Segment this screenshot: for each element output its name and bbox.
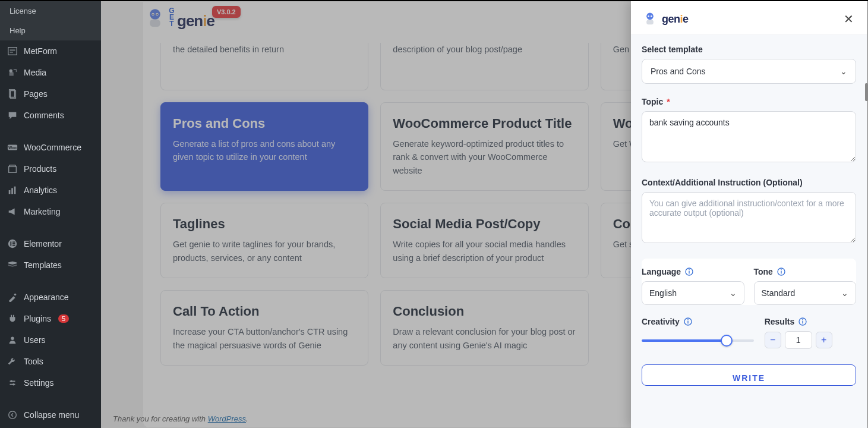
slider-thumb[interactable] (721, 335, 733, 347)
woo-icon: Woo (7, 142, 18, 153)
svg-rect-14 (12, 245, 15, 246)
template-card-title: Pros and Cons (173, 116, 356, 131)
sidebar-sub-label: Help (10, 26, 26, 35)
sidebar-item-label: Comments (24, 111, 64, 120)
sidebar-item-media[interactable]: Media (0, 62, 101, 83)
context-textarea[interactable] (642, 192, 856, 243)
update-count-badge: 5 (58, 314, 69, 323)
info-icon[interactable] (684, 267, 694, 276)
sidebar-item-comments[interactable]: Comments (0, 105, 101, 126)
template-card-desc: Write copies for all your social media h… (393, 238, 576, 265)
template-card-pros-cons[interactable]: Pros and ConsGenerate a list of pros and… (160, 102, 368, 191)
write-button[interactable]: WRITE (642, 364, 856, 386)
sidebar-item-label: Media (24, 68, 46, 77)
svg-point-28 (648, 15, 649, 17)
svg-rect-21 (150, 20, 160, 27)
plugins-icon (7, 313, 18, 324)
sidebar-item-collapse[interactable]: Collapse menu (0, 404, 101, 426)
sidebar-item-label: Analytics (24, 185, 57, 195)
info-icon[interactable] (777, 267, 786, 276)
sidebar-item-label: MetForm (24, 46, 57, 56)
brand-name: GETgenie (168, 7, 214, 30)
sidebar-sub-license[interactable]: License (0, 1, 101, 21)
sidebar-item-tools[interactable]: Tools (0, 351, 101, 372)
svg-rect-7 (9, 190, 11, 194)
media-icon (7, 67, 18, 78)
svg-rect-27 (646, 20, 654, 24)
tone-select[interactable]: Standard ⌄ (754, 281, 857, 305)
sidebar-item-analytics[interactable]: Analytics (0, 180, 101, 201)
required-indicator: * (667, 97, 670, 106)
results-decrement-button[interactable]: − (765, 332, 781, 348)
drawer-brand-text: genie (662, 13, 689, 26)
context-label: Context/Additional Instruction (Optional… (642, 178, 856, 187)
appearance-icon (7, 292, 18, 303)
select-template-label: Select template (642, 45, 856, 54)
template-card-cta[interactable]: Call To ActionIncrease your CTA button/a… (160, 290, 368, 366)
template-card-r0c0[interactable]: the detailed benefits in return (160, 43, 368, 90)
template-card-r0c1[interactable]: description of your blog post/page (380, 43, 588, 90)
language-label-text: Language (642, 267, 681, 276)
topic-label-text: Topic (642, 97, 663, 106)
template-config-drawer: genie ✕ Select template Pros and Cons ⌄ … (631, 1, 867, 428)
marketing-icon (7, 206, 18, 217)
topic-label: Topic* (642, 97, 856, 106)
sidebar-sub-help[interactable]: Help (0, 21, 101, 40)
sidebar-item-plugins[interactable]: Plugins5 (0, 308, 101, 329)
results-input[interactable] (785, 331, 812, 349)
sidebar-item-label: Appearance (24, 292, 69, 302)
select-template-value: Pros and Cons (651, 67, 706, 76)
info-icon[interactable] (798, 317, 807, 326)
svg-rect-35 (781, 269, 781, 270)
sidebar-item-elementor[interactable]: Elementor (0, 233, 101, 254)
sidebar-item-settings[interactable]: Settings (0, 372, 101, 394)
genie-logo-icon (143, 6, 168, 31)
template-card-social[interactable]: Social Media Post/CopyWrite copies for a… (380, 203, 588, 278)
creativity-label: Creativity (642, 317, 754, 326)
svg-point-15 (14, 294, 17, 296)
template-card-desc: Generate keyword-optimized product title… (393, 137, 576, 177)
sidebar-item-templates[interactable]: Templates (0, 254, 101, 276)
footer-suffix: . (246, 414, 248, 423)
drawer-resizer-handle[interactable] (865, 83, 868, 101)
chevron-down-icon: ⌄ (841, 288, 848, 298)
sidebar-item-products[interactable]: Products (0, 158, 101, 180)
svg-rect-8 (11, 188, 13, 194)
template-card-title: Social Media Post/Copy (393, 216, 576, 232)
comments-icon (7, 110, 18, 121)
sidebar-item-woocommerce[interactable]: WooWooCommerce (0, 137, 101, 158)
sidebar-item-label: Tools (24, 357, 43, 366)
info-icon[interactable] (683, 317, 693, 326)
language-select[interactable]: English ⌄ (642, 281, 744, 305)
topic-textarea[interactable] (642, 111, 856, 162)
sidebar-item-pages[interactable]: Pages (0, 83, 101, 105)
sidebar-item-users[interactable]: Users (0, 329, 101, 351)
close-icon[interactable]: ✕ (841, 10, 856, 29)
tone-label-text: Tone (754, 267, 773, 276)
template-card-woo-title[interactable]: WooCommerce Product TitleGenerate keywor… (380, 102, 588, 191)
template-card-taglines[interactable]: TaglinesGet genie to write taglines for … (160, 203, 368, 278)
templates-icon (7, 260, 18, 270)
template-card-conclusion[interactable]: ConclusionDraw a relevant conclusion for… (380, 290, 588, 366)
products-icon (7, 163, 18, 174)
sidebar-item-metform[interactable]: MetForm (0, 40, 101, 62)
footer-credit: Thank you for creating with WordPress. (113, 414, 248, 423)
svg-point-26 (646, 13, 654, 20)
sidebar-item-label: Settings (24, 378, 54, 388)
results-increment-button[interactable]: + (816, 332, 832, 348)
template-card-desc: Generate a list of pros and cons about a… (173, 137, 356, 164)
creativity-slider[interactable] (642, 332, 754, 349)
footer-wordpress-link[interactable]: WordPress (208, 414, 246, 423)
template-card-desc: description of your blog post/page (393, 43, 576, 56)
chevron-down-icon: ⌄ (840, 67, 847, 76)
pages-icon (7, 89, 18, 99)
svg-point-25 (156, 14, 157, 15)
sidebar-item-label: Users (24, 335, 46, 345)
select-template-dropdown[interactable]: Pros and Cons ⌄ (642, 59, 856, 84)
svg-rect-31 (689, 271, 689, 274)
sidebar-item-label: Plugins (24, 314, 51, 323)
sidebar-item-label: Marketing (24, 207, 60, 216)
drawer-brand: genie (642, 11, 689, 27)
sidebar-item-marketing[interactable]: Marketing (0, 201, 101, 222)
sidebar-item-appearance[interactable]: Appearance (0, 287, 101, 308)
